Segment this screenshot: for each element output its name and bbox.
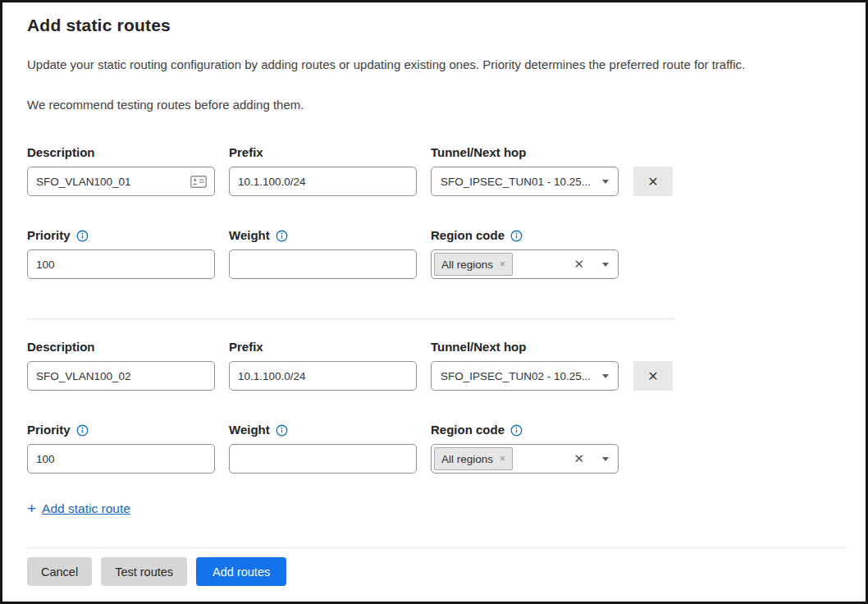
- prefix-field: Prefix: [229, 145, 417, 196]
- region-chip: All regions ×: [434, 253, 513, 276]
- tunnel-field: Tunnel/Next hop SFO_IPSEC_TUN02 - 10.25.…: [431, 340, 619, 391]
- weight-input[interactable]: [229, 444, 417, 474]
- priority-field: Priority: [27, 423, 215, 474]
- cancel-button[interactable]: Cancel: [27, 557, 92, 586]
- chevron-down-icon: [602, 457, 609, 461]
- description-field: Description: [27, 145, 215, 196]
- region-code-field: Region code All regions ×: [431, 423, 619, 474]
- priority-input[interactable]: [27, 249, 215, 279]
- test-routes-button[interactable]: Test routes: [101, 557, 187, 586]
- prefix-label: Prefix: [229, 145, 417, 159]
- add-static-route-link[interactable]: + Add static route: [27, 501, 130, 516]
- tunnel-field: Tunnel/Next hop SFO_IPSEC_TUN01 - 10.25.…: [431, 145, 619, 196]
- description-label: Description: [27, 145, 215, 159]
- region-chip: All regions ×: [434, 447, 513, 470]
- tunnel-label: Tunnel/Next hop: [431, 145, 619, 159]
- weight-input[interactable]: [229, 249, 417, 279]
- intro-text: Update your static routing configuration…: [27, 57, 843, 72]
- info-icon[interactable]: [76, 424, 89, 437]
- close-icon: ✕: [647, 174, 658, 190]
- delete-route-button[interactable]: ✕: [633, 361, 673, 391]
- delete-route-button[interactable]: ✕: [633, 167, 673, 196]
- region-code-select[interactable]: All regions × ✕: [431, 444, 619, 474]
- region-code-label: Region code: [431, 228, 619, 242]
- weight-label: Weight: [229, 228, 417, 242]
- priority-label: Priority: [27, 228, 215, 242]
- route-section-2: Description Prefix Tunnel/Next hop SFO_I…: [27, 340, 843, 474]
- add-routes-button[interactable]: Add routes: [196, 557, 286, 586]
- priority-field: Priority: [27, 228, 215, 279]
- description-field: Description: [27, 340, 215, 391]
- priority-label: Priority: [27, 423, 215, 437]
- region-code-field: Region code All regions ×: [431, 228, 619, 279]
- chevron-down-icon: [602, 374, 609, 378]
- add-static-routes-dialog: Add static routes Update your static rou…: [0, 0, 868, 604]
- add-static-route-label: Add static route: [42, 501, 130, 516]
- chip-remove-x-icon[interactable]: ×: [500, 259, 505, 270]
- weight-field: Weight: [229, 228, 417, 279]
- priority-input[interactable]: [27, 444, 215, 474]
- route-divider: [27, 318, 674, 319]
- tunnel-select[interactable]: SFO_IPSEC_TUN02 - 10.25...: [431, 361, 619, 391]
- prefix-label: Prefix: [229, 340, 417, 354]
- clear-x-icon[interactable]: ✕: [573, 451, 584, 466]
- tunnel-selected-value: SFO_IPSEC_TUN02 - 10.25...: [441, 370, 596, 382]
- chevron-down-icon: [602, 180, 609, 184]
- description-input[interactable]: [27, 167, 215, 196]
- footer-actions: Cancel Test routes Add routes: [27, 557, 843, 586]
- route-section-1: Description Prefix: [27, 145, 843, 279]
- info-icon[interactable]: [276, 230, 288, 242]
- recommendation-text: We recommend testing routes before addin…: [27, 97, 843, 112]
- chevron-down-icon: [602, 263, 609, 267]
- clear-x-icon[interactable]: ✕: [573, 257, 584, 272]
- prefix-input[interactable]: [229, 361, 417, 391]
- info-icon[interactable]: [76, 230, 89, 242]
- weight-field: Weight: [229, 423, 417, 474]
- close-icon: ✕: [647, 368, 658, 384]
- tunnel-label: Tunnel/Next hop: [431, 340, 619, 354]
- footer-divider: [27, 547, 847, 548]
- tunnel-select[interactable]: SFO_IPSEC_TUN01 - 10.25...: [431, 167, 619, 196]
- chip-remove-x-icon[interactable]: ×: [500, 453, 505, 464]
- prefix-field: Prefix: [229, 340, 417, 391]
- info-icon[interactable]: [276, 424, 288, 437]
- description-label: Description: [27, 340, 215, 354]
- plus-icon: +: [27, 501, 36, 516]
- tunnel-selected-value: SFO_IPSEC_TUN01 - 10.25...: [441, 176, 596, 188]
- info-icon[interactable]: [510, 424, 523, 437]
- region-code-label: Region code: [431, 423, 619, 437]
- region-code-select[interactable]: All regions × ✕: [431, 249, 619, 279]
- region-chip-label: All regions: [441, 259, 493, 271]
- weight-label: Weight: [229, 423, 417, 437]
- page-title: Add static routes: [27, 16, 843, 35]
- region-chip-label: All regions: [441, 453, 493, 465]
- prefix-input[interactable]: [229, 167, 417, 196]
- info-icon[interactable]: [510, 230, 523, 242]
- description-input[interactable]: [27, 361, 215, 391]
